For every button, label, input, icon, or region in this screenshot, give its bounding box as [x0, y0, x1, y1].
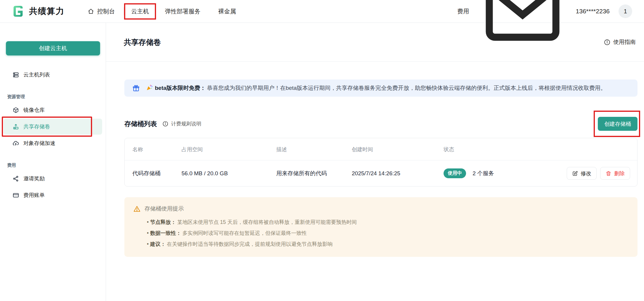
bucket-name: 代码存储桶: [125, 170, 182, 177]
nav-cloud-host[interactable]: 云主机: [124, 3, 156, 20]
table-row: 代码存储桶 56.0 MB / 20.0 GB 用来存储所有的代码 2025/7…: [125, 160, 637, 186]
brand[interactable]: 共绩算力: [12, 4, 65, 18]
column-header-name: 名称: [125, 146, 182, 153]
top-navbar: 共绩算力 控制台 云主机 弹性部署服务 裸金属 费用: [0, 0, 644, 23]
bucket-list-title: 存储桶列表: [124, 120, 157, 128]
nav-bare-metal[interactable]: 裸金属: [209, 3, 245, 20]
bucket-services-count: 2 个服务: [473, 170, 494, 177]
brand-title: 共绩算力: [29, 6, 65, 17]
sidebar: 创建云主机 云主机列表 资源管理 镜像仓库: [0, 23, 106, 301]
upload-tray-icon: [12, 123, 19, 130]
sidebar-item-billing-list[interactable]: 费用账单: [4, 187, 102, 203]
billing-rules-link[interactable]: 计费规则说明: [162, 120, 201, 127]
sidebar-item-shared-storage[interactable]: 共享存储卷: [4, 119, 102, 135]
row-actions: 修改 删除: [567, 167, 630, 180]
nav-console-label: 控制台: [97, 7, 115, 15]
create-cloud-host-button[interactable]: 创建云主机: [6, 41, 100, 55]
nav-billing-link[interactable]: 费用: [457, 7, 469, 15]
tip-label: 数据一致性：: [150, 230, 181, 236]
usage-guide-label: 使用指南: [613, 38, 636, 46]
tip-label: 建议：: [150, 241, 166, 247]
main-nav: 控制台 云主机 弹性部署服务 裸金属: [79, 3, 245, 20]
info-icon: [162, 121, 168, 127]
party-popper-icon: [146, 84, 153, 91]
avatar[interactable]: 1: [619, 4, 632, 18]
beta-banner-body: 恭喜您成为我们的早期用户！在beta版本运行期间，共享存储卷服务完全免费开放，助…: [207, 85, 606, 91]
sidebar-item-label: 镜像仓库: [23, 106, 45, 114]
beta-banner-title: beta版本限时免费：: [155, 85, 206, 91]
main-content: 共享存储卷 使用指南: [106, 23, 644, 301]
cube-icon: [12, 107, 19, 114]
info-icon: [604, 39, 611, 46]
bucket-description: 用来存储所有的代码: [276, 170, 352, 177]
sidebar-item-label: 共享存储卷: [23, 123, 50, 130]
bucket-space: 56.0 MB / 20.0 GB: [182, 170, 276, 177]
tips-title: 存储桶使用提示: [144, 205, 184, 213]
sidebar-item-label: 邀请奖励: [23, 175, 45, 182]
gift-icon: [132, 84, 140, 92]
usage-guide-link[interactable]: 使用指南: [604, 38, 636, 46]
bucket-created-time: 2025/7/24 14:26:25: [352, 170, 444, 177]
warning-icon: [133, 205, 141, 213]
mail-button[interactable]: 1: [478, 0, 567, 56]
beta-banner-text: beta版本限时免费：恭喜您成为我们的早期用户！在beta版本运行期间，共享存储…: [146, 83, 606, 93]
tip-item: 数据一致性：多实例同时读写可能存在短暂延迟，但保证最终一致性: [147, 228, 629, 239]
tip-label: 节点释放：: [150, 219, 176, 225]
sidebar-item-host-list[interactable]: 云主机列表: [4, 67, 102, 83]
delete-button-label: 删除: [614, 170, 625, 177]
nav-elastic-deploy[interactable]: 弹性部署服务: [156, 3, 209, 20]
column-header-space: 占用空间: [182, 146, 276, 153]
bucket-table: 名称 占用空间 描述 创建时间 状态 代码存储桶 56.0 MB / 20.0 …: [124, 138, 637, 187]
edit-button[interactable]: 修改: [567, 167, 597, 180]
nav-cloud-host-label: 云主机: [131, 7, 149, 15]
trash-icon: [606, 171, 611, 176]
tip-item: 建议：在关键操作时适当等待数据同步完成，提前规划使用以避免节点释放影响: [147, 239, 629, 250]
usage-tips-panel: 存储桶使用提示 节点释放：某地区未使用节点 15 天后，缓存组将被自动释放，重新…: [124, 197, 637, 257]
tip-item: 节点释放：某地区未使用节点 15 天后，缓存组将被自动释放，重新使用可能需要预热…: [147, 217, 629, 228]
credit-card-icon: [12, 192, 19, 199]
edit-icon: [572, 171, 578, 176]
tip-text: 某地区未使用节点 15 天后，缓存组将被自动释放，重新使用可能需要预热时间: [177, 219, 357, 225]
nav-elastic-deploy-label: 弹性部署服务: [165, 7, 200, 15]
tip-text: 多实例同时读写可能存在短暂延迟，但保证最终一致性: [182, 230, 307, 236]
sidebar-item-label: 云主机列表: [23, 71, 50, 78]
beta-banner: beta版本限时免费：恭喜您成为我们的早期用户！在beta版本运行期间，共享存储…: [124, 79, 637, 97]
bucket-list-header: 存储桶列表 计费规则说明 创建存储桶: [124, 117, 637, 131]
delete-button[interactable]: 删除: [600, 167, 630, 180]
status-badge: 使用中: [444, 168, 466, 178]
billing-rules-label: 计费规则说明: [171, 120, 201, 127]
share-icon: [12, 175, 19, 182]
column-header-status: 状态: [444, 146, 630, 153]
home-icon: [88, 8, 94, 15]
sidebar-section-resources: 资源管理: [7, 94, 106, 100]
column-header-description: 描述: [276, 146, 352, 153]
sidebar-section-billing: 费用: [7, 163, 106, 168]
cloud-bolt-icon: [12, 140, 19, 147]
edit-button-label: 修改: [581, 170, 591, 177]
server-icon: [12, 71, 19, 78]
brand-logo-icon: [12, 4, 25, 18]
nav-console[interactable]: 控制台: [79, 3, 124, 20]
sidebar-item-label: 对象存储加速: [23, 140, 55, 147]
table-header-row: 名称 占用空间 描述 创建时间 状态: [125, 138, 637, 160]
create-bucket-button[interactable]: 创建存储桶: [598, 117, 637, 131]
sidebar-item-object-storage[interactable]: 对象存储加速: [4, 135, 102, 151]
account-phone[interactable]: 136****2236: [576, 8, 610, 15]
page-title: 共享存储卷: [124, 37, 161, 47]
column-header-created: 创建时间: [352, 146, 444, 153]
sidebar-item-image-repo[interactable]: 镜像仓库: [4, 102, 102, 118]
sidebar-item-invite-reward[interactable]: 邀请奖励: [4, 171, 102, 187]
nav-bare-metal-label: 裸金属: [218, 7, 236, 15]
sidebar-item-label: 费用账单: [23, 192, 45, 199]
tip-text: 在关键操作时适当等待数据同步完成，提前规划使用以避免节点释放影响: [167, 241, 333, 247]
mail-icon: [478, 0, 567, 56]
